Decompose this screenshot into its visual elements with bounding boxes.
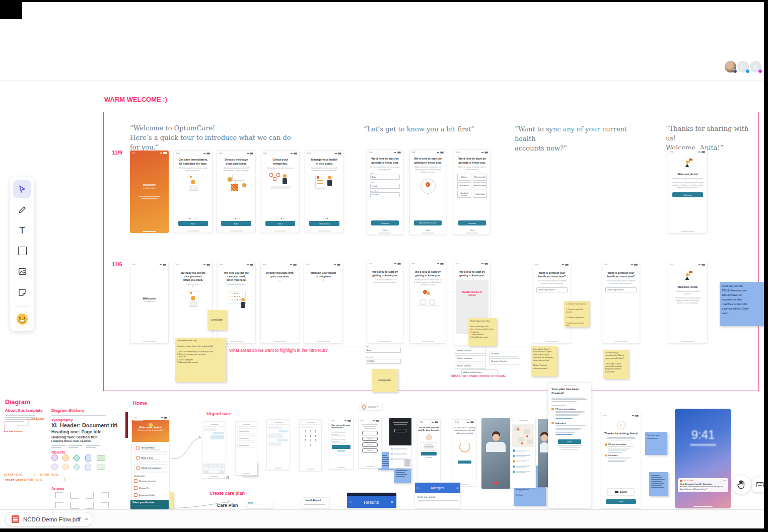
diagram-stickers-title: Diagram Stickers [51,408,84,413]
phone-mockup[interactable]: 9:41Maintain your health in one placexx [304,262,343,344]
phone-mockup[interactable]: 9:41Welcometo OptumCare [130,262,169,344]
object-shape [62,454,69,461]
collaborator-avatar[interactable] [724,60,737,73]
mini-phone-provider[interactable]: Select your Provider [130,500,169,509]
sticky-note[interactable]: Had feedback from Chip: We can directly … [468,318,497,346]
mini-phone-waiting[interactable]: 9:41Dr. Gonzalez is currently reviewing … [453,419,476,486]
phone-mockup[interactable]: 9:41We help you get the care you need, w… [217,262,256,344]
canvas-quote-text[interactable]: “Let’s get to know you a bit first” [364,125,495,134]
phone-mockup[interactable]: 9:41We’d love to start by getting to kno… [367,261,403,344]
sketch-step2-label: 2. [11,430,23,432]
keyboard-shortcuts-button[interactable] [752,477,764,492]
floating-field[interactable]: NameAnita [366,345,401,353]
primary-button: Continue [458,220,486,225]
select-tool[interactable] [13,180,31,198]
mini-phone-plan[interactable]: Your plan has been Created!Fill your pre… [548,383,591,508]
canvas-quote-text[interactable]: “Want to sync any of your current health… [515,125,641,154]
canvas-label[interactable]: Create care plan [210,491,310,496]
date-label[interactable]: 11/9 [112,149,132,156]
mini-phone-dialpad[interactable]: ‹1234567890 [299,419,322,471]
phone-mockup[interactable]: 9:41We’d love to start by getting to kno… [409,149,446,235]
mini-phone-pcp[interactable]: PCP [246,501,274,508]
mini-phone-list[interactable]: ‹ [235,421,257,476]
floating-field[interactable]: Date of birth1/1/1960 [366,356,401,364]
mini-phone-thanks[interactable]: 9:41✓Thanks for visiting, Anita!Fill you… [601,413,641,508]
object-shape [51,464,58,470]
mini-phone-manote[interactable] [360,403,383,410]
pdf-icon [12,515,19,523]
floating-chip[interactable]: Chronic conditions [455,355,486,361]
canvas-quote-text[interactable]: “Welcome to OptumCare! Here’s a quick to… [130,124,296,153]
mini-phone-allergies[interactable]: ‹Allergies≡Sep 20, 2019 [414,482,461,508]
typography-title: Typography [51,418,73,422]
image-tool[interactable] [13,263,31,280]
pan-hand-button[interactable] [732,475,751,494]
chevron-up-icon[interactable]: › [82,518,89,520]
sticky-note-tool[interactable] [13,283,31,301]
template-panel: Diagram About this template 1. Copy & pa… [4,398,118,509]
canvas-label[interactable]: Home [133,401,234,406]
about-template-title: About this template [5,408,43,413]
invision-header [0,54,764,81]
pencil-tool[interactable] [13,201,31,218]
section-title[interactable]: WARM WELCOME :) [104,96,167,103]
mini-phone-photo[interactable] [481,418,510,489]
start-here-sticker: START HERE [24,478,43,481]
phone-mockup[interactable]: 9:41We’d love to start by getting to kno… [454,149,491,235]
mini-phone-chat[interactable]: ‹ [266,419,290,470]
object-shapes-row [51,464,117,472]
phone-mockup[interactable]: 9:41Manage your health in one place.Conv… [305,150,344,233]
floating-chip[interactable]: No report & family [489,358,520,364]
zigzag-icon: ↯ [33,473,36,477]
arrows-title: Arrows [51,486,64,491]
phone-mockup[interactable]: 9:41Want to connect your health accounts… [602,262,640,344]
emoji-tool[interactable] [13,311,31,328]
shape-tool[interactable] [13,242,31,260]
phone-mockup[interactable]: 9:41Check your symptoms.Get guidance on … [261,150,300,233]
date-label[interactable]: 11/6 [112,261,132,267]
mini-phone-record[interactable]: ‹Health Record [302,497,330,508]
object-shape [73,454,80,462]
phone-mockup[interactable]: 9:41Welcome, Anita!Thanks for sharing a … [668,262,708,344]
sticky-note[interactable]: Let’s add an “I don’t have insurance” op… [531,346,557,376]
floating-chip[interactable]: Serious ailments [455,363,486,369]
phone-mockup[interactable]: 9:41Directly message your care team.Ask … [217,150,256,233]
mini-phone-options[interactable]: 9:41 [358,418,382,469]
phone-mockup[interactable]: 9:41We’d love to start by getting to kno… [409,261,446,344]
phone-mockup[interactable]: 9:41Get care immediately. Or schedule fo… [174,150,213,233]
mini-phone-dark[interactable] [389,418,412,469]
screen-edge [0,0,22,19]
mini-phone-home[interactable]: 9:41Welcome, Anita!What can we help you … [131,415,170,508]
sticky-note[interactable]: consolidate [207,310,227,330]
phone-mockup[interactable]: 9:41Welcome, Anita!Thanks for sharing a … [668,149,708,234]
sticky-note[interactable]: add gender [372,369,398,392]
mini-phone-verify[interactable]: 9:41Can you verify your information? [329,418,354,470]
floating-chip[interactable]: No report [489,351,518,357]
collaborator-avatar[interactable]: C [736,60,750,73]
sticky-note[interactable]: 1. Connect my insurance 2. Connect my he… [564,301,589,327]
collaborator-avatar[interactable]: D [749,60,762,73]
download-filename: NCDO Demo Flow.pdf [23,516,81,522]
start-here-sticker: START HERE [40,473,59,476]
downloaded-file-chip[interactable]: NCDO Demo Flow.pdf › [5,512,93,526]
mini-phone-chat-kb[interactable]: ‹ [202,421,226,479]
mini-phone-matched[interactable]: 9:41You’ve been matched with Dr. Lisa Go… [417,419,441,486]
sticky-note[interactable]: Old feedback from Chip: Content: in orde… [175,338,226,382]
floating-chip[interactable]: Adding healthy habits [461,369,498,375]
sticky-note[interactable]: After we get the FTUE Answers we should … [720,282,764,326]
sticky-note[interactable]: This was your visit prompt [645,432,667,455]
mini-phone-results[interactable]: ‹Results≡ [346,492,397,508]
mini-phone-lockscreen[interactable]: 9:41OPTUMCAREnowNew Message from Dr. Gon… [675,409,731,508]
floating-chip[interactable]: Women’s health [455,348,486,354]
mini-phone-map[interactable]: ‹ [511,418,536,488]
canvas-label[interactable]: Urgent care [206,411,307,416]
text-tool[interactable]: T [13,221,31,239]
phone-mockup[interactable]: 9:41Directly message with your care team… [260,262,299,344]
stickers-text [51,414,107,417]
object-shape [85,464,91,471]
sticky-note[interactable]: This should say something like “Want to … [603,350,629,379]
phone-mockup[interactable]: 9:41We’d love to start by getting to kno… [367,149,403,235]
phone-mockup[interactable]: 9:41We help you get the care you need, w… [174,262,213,344]
sticky-note[interactable] [649,472,668,496]
phone-mockup[interactable]: 9:41Welcometo OptumCare [130,150,169,233]
